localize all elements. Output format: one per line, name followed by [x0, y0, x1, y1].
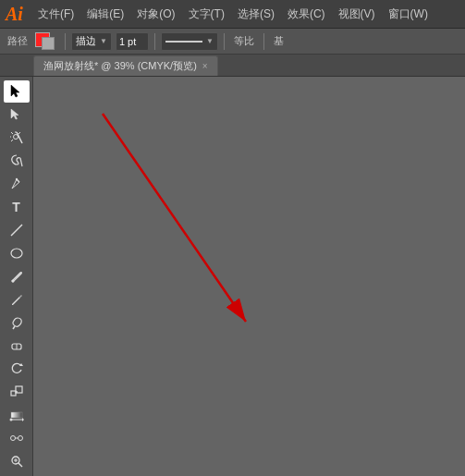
toolbar: 路径 描边 ▼ 1 pt ▼ 等比 基	[0, 29, 465, 55]
main-area: T	[0, 77, 465, 476]
menu-object[interactable]: 对象(O)	[131, 5, 180, 24]
line-preview	[165, 41, 202, 43]
left-toolbar: T	[0, 77, 33, 476]
paint-brush-tool-button[interactable]	[4, 265, 30, 287]
stroke-color[interactable]	[35, 32, 59, 51]
svg-point-13	[11, 280, 14, 283]
annotation-arrow	[103, 114, 246, 322]
menu-select[interactable]: 选择(S)	[232, 5, 280, 24]
toolbar-separator-2	[154, 33, 155, 50]
direct-selection-tool-button[interactable]	[4, 104, 30, 126]
svg-point-10	[15, 178, 17, 180]
tab-bar: 渔网放射线* @ 39% (CMYK/预览) ×	[0, 55, 465, 77]
scale-tool-button[interactable]	[4, 381, 30, 403]
menu-text[interactable]: 文字(T)	[183, 5, 230, 24]
rotate-tool-button[interactable]	[4, 358, 30, 380]
line-tool-button[interactable]	[4, 219, 30, 241]
blend-tool-button[interactable]	[4, 427, 30, 449]
svg-line-7	[18, 132, 20, 134]
menu-edit[interactable]: 编辑(E)	[81, 5, 129, 24]
ratio-label: 等比	[230, 34, 258, 48]
stroke-weight-input[interactable]: 1 pt	[116, 32, 149, 51]
type-tool-button[interactable]: T	[4, 196, 30, 218]
svg-marker-25	[22, 418, 24, 421]
magic-wand-tool-button[interactable]	[4, 127, 30, 149]
menu-view[interactable]: 视图(V)	[333, 5, 381, 24]
svg-rect-22	[11, 412, 22, 418]
canvas-area[interactable]	[33, 77, 465, 476]
zoom-tool-button[interactable]	[4, 450, 30, 472]
stroke-style-arrow: ▼	[100, 37, 107, 45]
lasso-tool-button[interactable]	[4, 150, 30, 172]
svg-line-30	[18, 463, 22, 467]
ellipse-tool-button[interactable]	[4, 242, 30, 264]
menu-window[interactable]: 窗口(W)	[383, 5, 434, 24]
pen-tool-button[interactable]	[4, 173, 30, 195]
svg-marker-1	[11, 109, 18, 119]
path-label: 路径	[4, 34, 31, 48]
menu-file[interactable]: 文件(F)	[32, 5, 80, 24]
menu-bar: 文件(F) 编辑(E) 对象(O) 文字(T) 选择(S) 效果(C) 视图(V…	[32, 5, 434, 24]
menu-effect[interactable]: 效果(C)	[282, 5, 331, 24]
canvas-annotation-svg	[33, 77, 465, 476]
svg-point-27	[18, 436, 22, 441]
title-bar: Ai 文件(F) 编辑(E) 对象(O) 文字(T) 选择(S) 效果(C) 视…	[0, 0, 465, 29]
svg-line-3	[11, 132, 13, 134]
pencil-tool-button[interactable]	[4, 288, 30, 311]
svg-point-12	[11, 249, 22, 258]
tab-label: 渔网放射线* @ 39% (CMYK/预览)	[43, 59, 197, 73]
svg-marker-0	[11, 85, 19, 97]
toolbar-separator-1	[65, 33, 66, 50]
app-logo: Ai	[6, 5, 23, 23]
svg-rect-19	[11, 391, 16, 396]
svg-line-5	[11, 140, 13, 141]
svg-line-14	[12, 304, 13, 305]
document-tab[interactable]: 渔网放射线* @ 39% (CMYK/预览) ×	[33, 55, 218, 76]
eraser-tool-button[interactable]	[4, 335, 30, 357]
svg-point-26	[10, 436, 15, 441]
toolbar-separator-4	[263, 33, 264, 50]
blob-brush-tool-button[interactable]	[4, 311, 30, 334]
svg-line-15	[13, 326, 15, 329]
svg-point-24	[9, 419, 12, 421]
gradient-tool-button[interactable]	[4, 404, 30, 426]
stroke-style-select[interactable]: 描边 ▼	[71, 32, 112, 51]
svg-point-8	[13, 135, 18, 140]
svg-point-21	[16, 391, 18, 393]
toolbar-separator-3	[224, 33, 225, 50]
line-style-select[interactable]: ▼	[161, 32, 218, 51]
selection-tool-button[interactable]	[4, 80, 30, 103]
base-label: 基	[270, 34, 288, 48]
stroke-style-label: 描边	[76, 34, 96, 48]
line-style-arrow: ▼	[206, 37, 214, 45]
svg-line-11	[11, 225, 22, 236]
svg-line-9	[20, 158, 22, 166]
tab-close-button[interactable]: ×	[202, 61, 208, 71]
